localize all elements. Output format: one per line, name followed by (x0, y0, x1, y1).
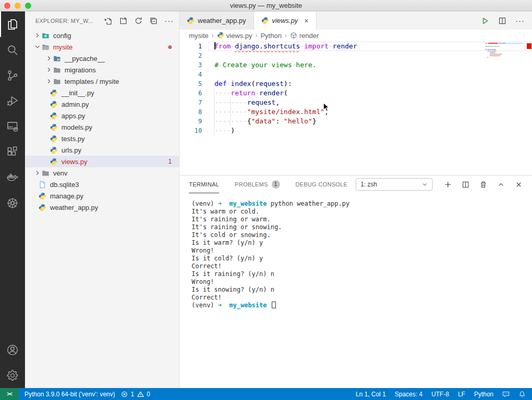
breadcrumb-item-mysite[interactable]: mysite (189, 32, 209, 40)
tree-item-__pycache__[interactable]: __pycache__ (25, 53, 179, 64)
split-editor-button[interactable] (498, 17, 506, 25)
minimap-token (498, 43, 502, 44)
breadcrumb-item-render[interactable]: render (290, 32, 319, 40)
more-actions-button[interactable]: ··· (515, 18, 525, 23)
tab-views.py[interactable]: views.py× (254, 11, 316, 30)
breadcrumb-item-Python[interactable]: Python (260, 32, 281, 40)
code-line-9[interactable]: 9········{"data":·"hello"} (180, 117, 532, 126)
chevron-right-icon[interactable] (45, 78, 53, 85)
activity-search[interactable] (0, 37, 25, 63)
code-line-7[interactable]: 7········request, (180, 98, 532, 107)
status-indentation[interactable]: Spaces: 4 (395, 391, 422, 398)
code-line-8[interactable]: 8········"mysite/index.html", (180, 107, 532, 117)
python-icon (39, 192, 47, 200)
minimap-token (495, 51, 496, 52)
code-token: · (219, 61, 223, 69)
terminal-line: Correct! (192, 262, 532, 270)
activity-explorer[interactable] (0, 11, 25, 37)
activity-source-control[interactable] (0, 63, 25, 88)
panel-tab-debug-console[interactable]: DEBUG CONSOLE (296, 176, 348, 193)
chevron-right-icon[interactable] (33, 32, 42, 39)
status-problems[interactable]: 10 (121, 391, 150, 398)
line-number: 1 (180, 42, 208, 51)
terminal-cursor (272, 302, 276, 308)
panel-tab-problems[interactable]: PROBLEMS1 (235, 176, 280, 193)
terminal-text: Correct! (192, 294, 222, 301)
tree-item-templates-mysite[interactable]: templates / mysite (25, 76, 179, 87)
tab-weather_app.py[interactable]: weather_app.py (180, 11, 254, 30)
code-line-10[interactable]: 10····) (180, 126, 532, 135)
minimap-token (487, 51, 491, 52)
terminal-line: Is it warm? (y/n) y (192, 239, 532, 247)
tree-item-migrations[interactable]: migrations (25, 64, 179, 76)
terminal-output[interactable]: (venv) ➜ my_website python weather_app.p… (180, 193, 532, 388)
line-number: 7 (180, 98, 208, 107)
tree-item-db-sqlite3[interactable]: db.sqlite3 (25, 179, 179, 190)
tree-item-urls-py[interactable]: urls.py (25, 144, 179, 156)
minimap-token (501, 54, 502, 55)
maximize-panel-button[interactable] (497, 181, 505, 189)
activity-accounts[interactable] (0, 337, 25, 362)
tree-item-admin-py[interactable]: admin.py (25, 98, 179, 110)
tree-item-config[interactable]: config (25, 30, 179, 41)
activity-remote-explorer[interactable] (0, 114, 25, 139)
split-terminal-button[interactable] (462, 181, 470, 189)
remote-indicator[interactable]: >< (0, 388, 19, 400)
code-line-3[interactable]: 3#·Create·your·views·here. (180, 60, 532, 70)
activity-run-and-debug[interactable] (0, 88, 25, 114)
code-line-content: ········"mysite/index.html", (208, 107, 532, 117)
chevron-right-icon[interactable] (33, 169, 42, 177)
status-cursor-position[interactable]: Ln 1, Col 1 (356, 391, 386, 398)
tree-item-apps-py[interactable]: apps.py (25, 110, 179, 121)
code-line-2[interactable]: 2 (180, 51, 532, 60)
close-tab-button[interactable]: × (304, 17, 308, 25)
python-icon (50, 146, 59, 154)
new-terminal-button[interactable] (444, 181, 452, 189)
chevron-right-icon[interactable] (45, 55, 53, 62)
tree-item-venv[interactable]: venv (25, 167, 179, 179)
status-feedback[interactable] (502, 391, 510, 398)
status-eol[interactable]: LF (458, 391, 465, 398)
code-line-5[interactable]: 5def·index(request): (180, 79, 532, 89)
indent-guide (230, 107, 231, 117)
status-notifications[interactable] (518, 391, 526, 398)
tree-item-manage-py[interactable]: manage.py (25, 190, 179, 202)
tree-item-weather_app-py[interactable]: weather_app.py (25, 202, 179, 213)
panel-tab-terminal[interactable]: TERMINAL (189, 176, 219, 193)
activity-docker[interactable] (0, 165, 25, 190)
terminal-shell-select[interactable]: 1: zsh (356, 178, 433, 191)
chevron-right-icon[interactable] (45, 66, 53, 73)
code-line-1[interactable]: 1from·django.shortcuts·import·render (180, 42, 532, 51)
status-python-interpreter[interactable]: Python 3.9.0 64-bit ('venv': venv) (24, 391, 115, 398)
refresh-button[interactable] (134, 17, 143, 25)
run-button[interactable] (481, 17, 489, 25)
minimap-token (502, 43, 505, 44)
tree-item-views-py[interactable]: views.py1 (25, 156, 179, 167)
tree-item-tests-py[interactable]: tests.py (25, 133, 179, 144)
code-token: index (231, 80, 251, 88)
tree-item-__init__-py[interactable]: __init__.py (25, 87, 179, 98)
close-panel-button[interactable] (515, 181, 523, 189)
minimap[interactable] (485, 43, 524, 58)
activity-settings[interactable] (0, 362, 25, 388)
status-language-mode[interactable]: Python (474, 391, 493, 398)
code-editor[interactable]: 1from·django.shortcuts·import·render23#·… (180, 41, 532, 175)
activity-kubernetes[interactable] (0, 190, 25, 216)
more-actions-button[interactable]: ··· (164, 18, 174, 23)
line-number: 3 (180, 60, 208, 70)
status-encoding[interactable]: UTF-8 (432, 391, 449, 398)
collapse-all-button[interactable] (149, 17, 158, 25)
breadcrumb-item-views.py[interactable]: views.py (217, 32, 252, 40)
activity-extensions[interactable] (0, 139, 25, 165)
new-file-button[interactable] (104, 17, 112, 25)
editor-actions: ··· (481, 11, 525, 30)
code-line-content: ····) (208, 126, 532, 135)
code-line-4[interactable]: 4 (180, 70, 532, 79)
search-icon (6, 43, 19, 57)
tree-item-models-py[interactable]: models.py (25, 121, 179, 133)
code-line-6[interactable]: 6····return·render( (180, 89, 532, 98)
new-folder-button[interactable] (119, 17, 128, 25)
kill-terminal-button[interactable] (479, 181, 487, 189)
chevron-down-icon[interactable] (33, 43, 42, 51)
tree-item-mysite[interactable]: mysite (25, 41, 179, 53)
